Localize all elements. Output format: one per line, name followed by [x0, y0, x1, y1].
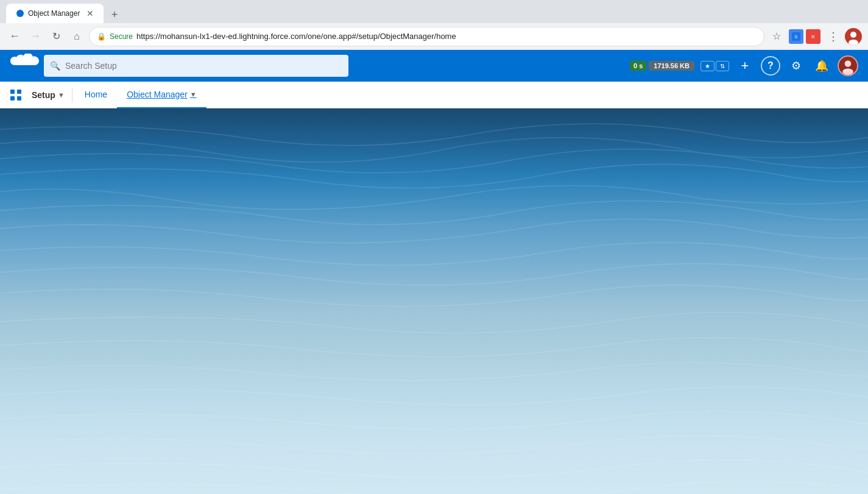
forward-button[interactable]: → — [27, 28, 44, 45]
setup-text: Setup — [32, 90, 55, 100]
svg-text:R: R — [811, 34, 815, 40]
setup-nav-label: Setup ▼ — [27, 90, 69, 100]
object-manager-chevron[interactable]: ▼ — [190, 91, 197, 98]
back-button[interactable]: ← — [6, 28, 23, 45]
svg-rect-12 — [17, 90, 21, 94]
sf-header-actions: 0 s 1719.56 KB ★ ⇅ + ? ⚙ 🔔 — [630, 55, 858, 76]
svg-point-6 — [850, 32, 856, 38]
tab-title: Object Manager — [28, 9, 83, 18]
add-button[interactable]: + — [735, 56, 755, 76]
extensions-area: S R — [789, 29, 820, 44]
secure-label: Secure — [110, 32, 133, 41]
sf-main-content — [0, 108, 868, 494]
address-bar[interactable]: 🔒 Secure https://mohansun-lx1-dev-ed.lig… — [89, 27, 764, 46]
bookmark-button[interactable]: ☆ — [768, 28, 785, 45]
memory-badge: 1719.56 KB — [649, 61, 694, 71]
perf-btn-2[interactable]: ⇅ — [716, 61, 729, 71]
svg-rect-13 — [10, 96, 15, 101]
tab-favicon — [16, 9, 24, 18]
svg-point-9 — [845, 60, 852, 67]
secure-icon: 🔒 — [97, 32, 106, 41]
svg-rect-14 — [17, 96, 21, 101]
url-text: https://mohansun-lx1-dev-ed.lightning.fo… — [136, 32, 757, 41]
svg-point-10 — [842, 68, 853, 75]
search-input[interactable] — [44, 55, 348, 77]
settings-button[interactable]: ⚙ — [786, 56, 806, 76]
topo-pattern — [0, 108, 868, 494]
browser-tabs-bar: Object Manager ✕ + — [0, 0, 868, 23]
waffle-menu[interactable] — [5, 84, 27, 106]
user-avatar[interactable] — [838, 55, 858, 76]
browser-menu-button[interactable]: ⋮ — [824, 28, 841, 45]
nav-item-object-manager[interactable]: Object Manager ▼ — [117, 82, 206, 108]
perf-buttons: ★ ⇅ — [700, 61, 729, 71]
timer-badge: 0 s 1719.56 KB — [630, 61, 694, 71]
setup-chevron[interactable]: ▼ — [58, 91, 65, 99]
sf-search-icon: 🔍 — [50, 61, 60, 71]
new-tab-button[interactable]: + — [106, 6, 123, 23]
ext-icon-2[interactable]: R — [806, 29, 820, 44]
svg-text:S: S — [794, 34, 797, 40]
home-button[interactable]: ⌂ — [68, 28, 85, 45]
ext-icon-1[interactable]: S — [789, 29, 803, 44]
notifications-button[interactable]: 🔔 — [812, 56, 831, 76]
sf-search-container: 🔍 — [44, 55, 348, 77]
sf-logo[interactable] — [10, 54, 34, 78]
home-label: Home — [85, 90, 107, 99]
tab-close-icon[interactable]: ✕ — [86, 9, 94, 18]
sf-navbar: Setup ▼ Home Object Manager ▼ — [0, 82, 868, 108]
help-button[interactable]: ? — [761, 56, 780, 76]
nav-item-home[interactable]: Home — [75, 82, 117, 108]
browser-chrome: Object Manager ✕ + ← → ↻ ⌂ 🔒 Secure http… — [0, 0, 868, 50]
sf-background — [0, 108, 868, 494]
object-manager-label: Object Manager — [127, 90, 188, 99]
svg-rect-11 — [10, 90, 15, 94]
active-tab[interactable]: Object Manager ✕ — [6, 4, 104, 23]
reload-button[interactable]: ↻ — [48, 28, 65, 45]
browser-toolbar: ← → ↻ ⌂ 🔒 Secure https://mohansun-lx1-de… — [0, 23, 868, 50]
perf-btn-1[interactable]: ★ — [700, 61, 715, 71]
sf-app: 🔍 0 s 1719.56 KB ★ ⇅ + ? ⚙ 🔔 — [0, 50, 868, 494]
profile-button[interactable] — [845, 28, 862, 45]
sf-header: 🔍 0 s 1719.56 KB ★ ⇅ + ? ⚙ 🔔 — [0, 50, 868, 82]
nav-divider — [72, 88, 72, 102]
svg-point-0 — [16, 10, 24, 17]
time-badge: 0 s — [630, 61, 646, 71]
